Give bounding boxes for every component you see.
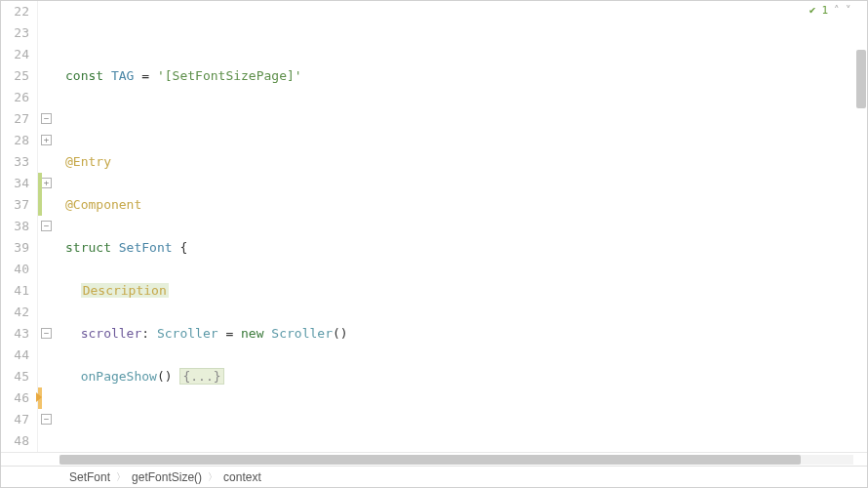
fold-toggle-icon[interactable]: + [41,178,52,188]
line-number: 44 [5,345,29,366]
code-lines[interactable]: const TAG = '[SetFontSizePage]' @Entry @… [58,1,867,452]
line-number: 28 [5,130,29,151]
breadcrumb-item[interactable]: SetFont [69,470,110,484]
line-number: 38 [5,216,29,237]
change-marker [38,173,42,194]
line-number: 34 [5,173,29,194]
line-number: 27 [5,108,29,130]
line-number-gutter: 22 23 24 25 26 27 28 33 34 37 38 39 40 4… [1,1,38,452]
fold-toggle-icon[interactable]: − [41,328,52,339]
line-number: 23 [5,22,29,44]
breadcrumb: SetFont 〉 getFontSize() 〉 context [1,466,867,487]
editor-main: 22 23 24 25 26 27 28 33 34 37 38 39 40 4… [1,1,867,452]
fold-toggle-icon[interactable]: − [41,221,52,231]
line-number: 33 [5,151,29,173]
line-number: 37 [5,194,29,216]
line-number: 40 [5,259,29,280]
horizontal-scrollbar-thumb[interactable] [59,455,801,465]
line-number: 24 [5,44,29,65]
line-number: 22 [5,1,29,22]
line-number: 48 [5,430,29,452]
check-icon: ✔ [809,4,816,17]
fold-toggle-icon[interactable]: − [41,414,52,425]
folded-block[interactable]: {...} [179,368,223,385]
inspection-badge[interactable]: ✔1 ˄ ˅ [809,4,851,17]
change-marker [38,194,42,216]
fold-gutter: − + + − − − [38,1,58,452]
horizontal-scrollbar[interactable] [1,452,867,466]
breadcrumb-item[interactable]: getFontSize() [132,470,202,484]
line-number: 46 [5,387,29,409]
fold-toggle-icon[interactable]: + [41,135,52,145]
line-number: 39 [5,237,29,259]
chevron-right-icon: 〉 [208,470,217,484]
marker-strip[interactable] [853,1,867,452]
inspection-count: 1 [821,4,828,17]
breadcrumb-item[interactable]: context [223,470,261,484]
line-number: 41 [5,280,29,302]
code-editor: 22 23 24 25 26 27 28 33 34 37 38 39 40 4… [0,0,868,488]
vertical-scrollbar-thumb[interactable] [856,50,866,108]
chevron-right-icon: 〉 [116,470,126,484]
line-number: 26 [5,87,29,108]
code-area[interactable]: ✔1 ˄ ˅ const TAG = '[SetFontSizePage]' @… [58,1,867,452]
description-fold[interactable]: Description [81,283,169,298]
chevron-up-icon[interactable]: ˄ [834,4,840,17]
chevron-down-icon[interactable]: ˅ [846,4,851,17]
line-number: 25 [5,65,29,87]
line-number: 43 [5,323,29,345]
line-number: 45 [5,366,29,387]
line-number: 42 [5,302,29,323]
line-number: 47 [5,409,29,430]
bookmark-icon[interactable] [36,392,42,402]
fold-toggle-icon[interactable]: − [41,113,52,124]
